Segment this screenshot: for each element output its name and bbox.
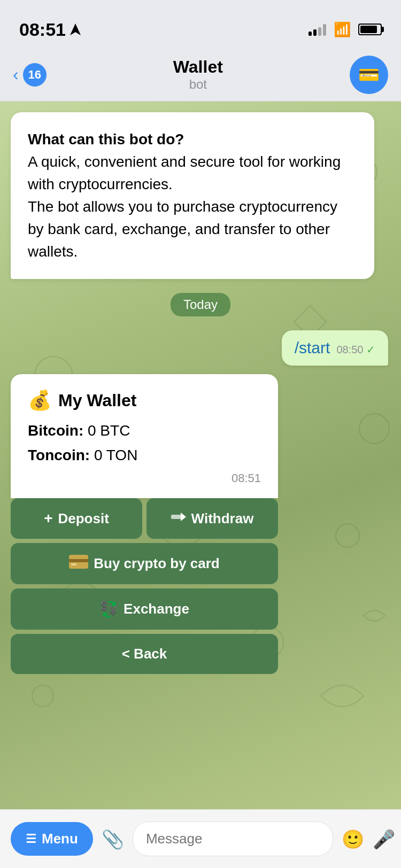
bitcoin-value: 0 BTC [88, 422, 130, 439]
deposit-icon: + [44, 510, 52, 527]
location-icon [70, 24, 81, 35]
wallet-header: 💰 My Wallet [28, 389, 261, 412]
signal-icon [309, 23, 326, 36]
header-subtitle: bot [173, 77, 223, 92]
svg-rect-12 [69, 559, 88, 562]
status-icons: 📶 [309, 21, 382, 38]
withdraw-button[interactable]: Withdraw [146, 498, 278, 539]
wallet-section: 💰 My Wallet Bitcoin: 0 BTC Toncoin: 0 TO… [11, 374, 278, 674]
time-display: 08:51 [19, 19, 66, 40]
svg-rect-13 [71, 563, 76, 565]
back-button[interactable]: < Back [11, 634, 278, 674]
user-bubble: /start 08:50 ✓ [282, 330, 388, 366]
toncoin-value: 0 TON [94, 447, 137, 463]
svg-marker-10 [181, 513, 186, 521]
attach-button[interactable]: 📎 [102, 828, 124, 850]
date-badge-container: Today [11, 293, 390, 316]
bot-intro-heading: What can this bot do? [28, 131, 184, 148]
exchange-button[interactable]: 💱 Exchange [11, 588, 278, 630]
wallet-emoji: 💰 [28, 389, 52, 412]
avatar[interactable]: 💳 [350, 56, 388, 94]
status-bar: 08:51 📶 [0, 0, 401, 48]
header-title: Wallet [173, 57, 223, 77]
wallet-title: My Wallet [58, 391, 136, 410]
sticker-button[interactable]: 🙂 [342, 828, 364, 850]
svg-point-8 [32, 685, 53, 707]
message-time: 08:50 ✓ [336, 343, 375, 356]
battery-icon [358, 24, 382, 35]
buy-crypto-button[interactable]: Buy crypto by card [11, 543, 278, 584]
back-arrow-icon[interactable]: ‹ [13, 65, 19, 84]
wallet-time: 08:51 [28, 471, 261, 485]
menu-label: Menu [42, 831, 78, 847]
bot-intro-text: What can this bot do? A quick, convenien… [28, 128, 357, 263]
bot-intro-body: A quick, convenient and secure tool for … [28, 153, 341, 260]
wifi-icon: 📶 [334, 21, 351, 38]
user-message-row: /start 08:50 ✓ [11, 330, 388, 366]
header-back[interactable]: ‹ 16 [13, 63, 47, 87]
chat-background: What can this bot do? A quick, convenien… [0, 102, 401, 809]
bitcoin-row: Bitcoin: 0 BTC [28, 422, 261, 439]
exchange-icon: 💱 [99, 600, 118, 618]
bottom-bar: ☰ Menu 📎 🙂 🎤 [0, 809, 401, 868]
chat-content: What can this bot do? A quick, convenien… [0, 102, 401, 674]
status-time: 08:51 [19, 19, 81, 40]
attach-icon: 📎 [102, 829, 124, 849]
message-tick-icon: ✓ [366, 344, 375, 355]
sticker-icon: 🙂 [342, 829, 364, 849]
wallet-card: 💰 My Wallet Bitcoin: 0 BTC Toncoin: 0 TO… [11, 374, 278, 498]
date-badge: Today [171, 293, 230, 316]
mic-icon: 🎤 [373, 829, 395, 849]
deposit-button[interactable]: + Deposit [11, 498, 142, 539]
notification-badge[interactable]: 16 [23, 63, 47, 87]
btn-row-1: + Deposit Withdraw [11, 498, 278, 539]
toncoin-label: Toncoin: [28, 447, 90, 463]
menu-button[interactable]: ☰ Menu [11, 822, 93, 856]
avatar-icon: 💳 [358, 65, 380, 85]
message-input[interactable] [133, 821, 333, 856]
withdraw-icon [171, 510, 186, 527]
header: ‹ 16 Wallet bot 💳 [0, 48, 401, 102]
user-message-text: /start [295, 339, 330, 357]
bitcoin-label: Bitcoin: [28, 422, 83, 439]
bot-intro-bubble: What can this bot do? A quick, convenien… [11, 112, 374, 279]
action-buttons: + Deposit Withdraw [11, 498, 278, 674]
toncoin-row: Toncoin: 0 TON [28, 447, 261, 464]
header-center: Wallet bot [173, 57, 223, 92]
svg-rect-9 [171, 515, 182, 519]
mic-button[interactable]: 🎤 [373, 828, 395, 850]
menu-icon: ☰ [26, 832, 36, 846]
buy-crypto-icon [69, 555, 88, 572]
